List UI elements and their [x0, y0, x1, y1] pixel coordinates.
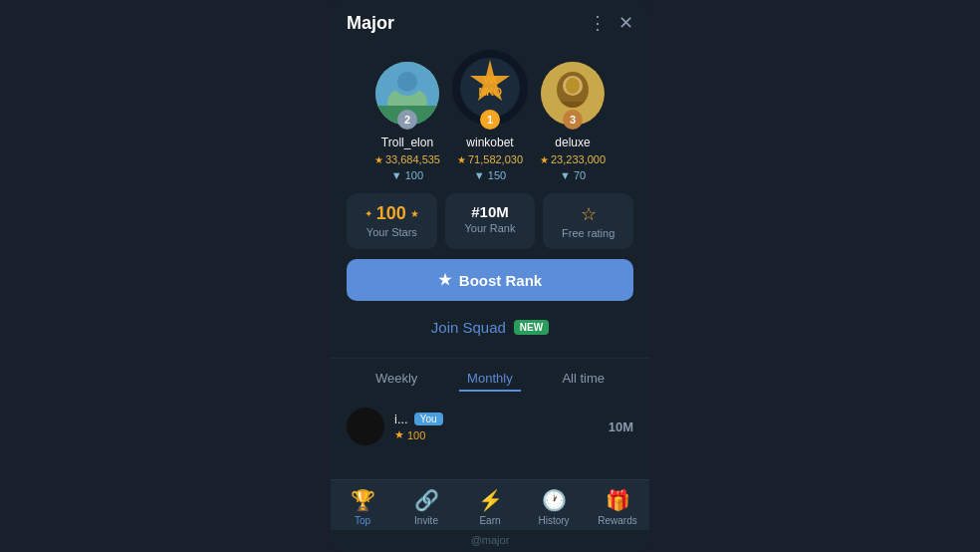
- bottom-nav: 🏆 Top 🔗 Invite ⚡ Earn 🕐 History 🎁 Reward…: [331, 479, 649, 530]
- join-squad-button[interactable]: Join Squad NEW: [347, 309, 633, 346]
- header: Major ⋮ ✕: [331, 0, 649, 42]
- you-badge: You: [414, 413, 443, 425]
- boost-rank-label: Boost Rank: [459, 272, 542, 289]
- list-item: i... You ★ 100 10M: [331, 400, 649, 453]
- earn-icon: ⚡: [478, 488, 503, 512]
- nav-item-history[interactable]: 🕐 History: [529, 488, 579, 526]
- list-user-info: i... You ★ 100: [394, 412, 599, 441]
- nav-label-invite: Invite: [414, 515, 438, 526]
- new-badge: NEW: [514, 320, 549, 335]
- rank-badge-3: 3: [563, 110, 583, 130]
- boost-rank-button[interactable]: ★ Boost Rank: [347, 259, 633, 301]
- free-rating-icon: ☆: [581, 203, 597, 225]
- stats-row: ✦ 100 ★ Your Stars #10M Your Rank ☆ Free…: [347, 193, 633, 249]
- invite-icon: 🔗: [414, 488, 439, 512]
- history-icon: 🕐: [542, 488, 567, 512]
- rewards-icon: 🎁: [606, 488, 630, 512]
- top-icon: 🏆: [351, 488, 375, 512]
- username-3rd: deluxe: [555, 136, 590, 149]
- list-star-icon: ★: [394, 428, 404, 441]
- star-icon-2: ★: [374, 154, 383, 165]
- stars-deco-left: ✦: [365, 208, 372, 219]
- leaderboard-list: i... You ★ 100 10M: [331, 396, 649, 479]
- avatar-wrapper-1st: Wi NKO 1: [452, 50, 528, 126]
- nav-label-rewards: Rewards: [598, 515, 636, 526]
- nav-item-rewards[interactable]: 🎁 Rewards: [593, 488, 642, 526]
- rank-badge-2: 2: [397, 110, 417, 130]
- stat-your-stars: ✦ 100 ★ Your Stars: [347, 193, 437, 249]
- stat-free-label: Free rating: [562, 227, 614, 239]
- score-1st: ★ 71,582,030: [457, 153, 523, 165]
- stars-deco-right: ★: [410, 208, 419, 219]
- diamond-1st: ▼ 150: [474, 169, 506, 181]
- score-3rd: ★ 23,233,000: [540, 153, 606, 165]
- nav-label-top: Top: [355, 515, 370, 526]
- podium-item-2nd: 2 Troll_elon ★ 33,684,535 ▼ 100: [374, 62, 440, 181]
- list-username: i...: [394, 412, 408, 426]
- list-avatar: [347, 408, 384, 445]
- star-icon-3: ★: [540, 154, 549, 165]
- stat-stars-label: Your Stars: [367, 226, 417, 238]
- nav-item-earn[interactable]: ⚡ Earn: [465, 488, 515, 526]
- svg-point-13: [566, 78, 580, 94]
- stat-your-rank: #10M Your Rank: [445, 193, 536, 249]
- podium-item-3rd: 3 deluxe ★ 23,233,000 ▼ 70: [540, 62, 606, 181]
- diamond-3rd: ▼ 70: [560, 169, 586, 181]
- star-icon-1: ★: [457, 154, 466, 165]
- app-title: Major: [347, 13, 394, 34]
- stat-free-rating[interactable]: ☆ Free rating: [543, 193, 633, 249]
- join-squad-label: Join Squad: [431, 319, 506, 336]
- tab-weekly[interactable]: Weekly: [368, 367, 425, 392]
- menu-icon[interactable]: ⋮: [589, 12, 607, 34]
- list-name-row: i... You: [394, 412, 599, 426]
- podium: 2 Troll_elon ★ 33,684,535 ▼ 100: [347, 50, 633, 181]
- list-score: ★ 100: [394, 428, 599, 441]
- nav-label-history: History: [538, 515, 569, 526]
- list-score-value: 100: [407, 429, 425, 441]
- header-icons: ⋮ ✕: [589, 12, 633, 34]
- app-container: Major ⋮ ✕: [331, 0, 649, 552]
- boost-star-icon: ★: [438, 271, 451, 289]
- diamond-2nd: ▼ 100: [391, 169, 423, 181]
- stat-rank-value: #10M: [471, 203, 509, 220]
- score-2nd: ★ 33,684,535: [374, 153, 440, 165]
- close-icon[interactable]: ✕: [618, 12, 633, 34]
- username-1st: winkobet: [466, 136, 513, 149]
- svg-point-4: [397, 72, 417, 92]
- leaderboard-section: 2 Troll_elon ★ 33,684,535 ▼ 100: [331, 42, 649, 358]
- username-2nd: Troll_elon: [381, 136, 433, 149]
- list-rank: 10M: [609, 419, 633, 434]
- stat-stars-value: 100: [376, 203, 406, 224]
- podium-item-1st: Wi NKO 1 winkobet ★ 71,582,030 ▼ 150: [452, 50, 528, 181]
- nav-item-invite[interactable]: 🔗 Invite: [401, 488, 451, 526]
- tabs-section: Weekly Monthly All time: [331, 358, 649, 396]
- tab-monthly[interactable]: Monthly: [459, 367, 521, 392]
- nav-item-top[interactable]: 🏆 Top: [338, 488, 387, 526]
- avatar-wrapper-3rd: 3: [541, 62, 605, 126]
- footer-tag: @major: [331, 530, 649, 552]
- rank-badge-1: 1: [480, 110, 500, 130]
- footer-handle: @major: [471, 534, 510, 546]
- tab-all-time[interactable]: All time: [554, 367, 612, 392]
- stat-rank-label: Your Rank: [465, 222, 516, 234]
- nav-label-earn: Earn: [479, 515, 500, 526]
- avatar-wrapper-2nd: 2: [375, 62, 439, 126]
